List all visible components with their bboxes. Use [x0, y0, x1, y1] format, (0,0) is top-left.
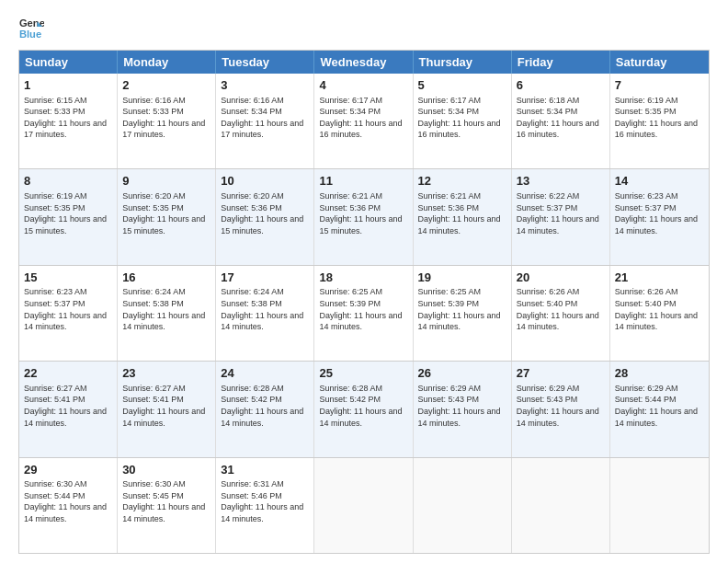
day-number: 30 [122, 462, 210, 478]
svg-text:General: General [19, 17, 44, 29]
calendar-cell-11: 11Sunrise: 6:21 AMSunset: 5:36 PMDayligh… [314, 169, 413, 264]
calendar-cell-9: 9Sunrise: 6:20 AMSunset: 5:35 PMDaylight… [118, 169, 216, 264]
header-tuesday: Tuesday [216, 51, 314, 74]
day-info: Sunrise: 6:16 AMSunset: 5:33 PMDaylight:… [122, 95, 210, 141]
day-info: Sunrise: 6:23 AMSunset: 5:37 PMDaylight:… [24, 286, 112, 332]
day-info: Sunrise: 6:21 AMSunset: 5:36 PMDaylight:… [418, 190, 506, 236]
calendar-cell-27: 27Sunrise: 6:29 AMSunset: 5:43 PMDayligh… [512, 362, 610, 456]
day-number: 7 [615, 77, 704, 94]
day-number: 17 [221, 270, 309, 286]
calendar-cell-6: 6Sunrise: 6:18 AMSunset: 5:34 PMDaylight… [512, 74, 610, 168]
calendar-cell-empty [512, 458, 610, 553]
calendar-cell-18: 18Sunrise: 6:25 AMSunset: 5:39 PMDayligh… [314, 266, 413, 361]
day-info: Sunrise: 6:29 AMSunset: 5:43 PMDaylight:… [517, 383, 605, 429]
day-number: 12 [418, 173, 506, 190]
svg-text:Blue: Blue [19, 29, 41, 40]
calendar-cell-1: 1Sunrise: 6:15 AMSunset: 5:33 PMDaylight… [19, 74, 118, 168]
day-number: 18 [319, 270, 407, 286]
day-info: Sunrise: 6:28 AMSunset: 5:42 PMDaylight:… [319, 383, 407, 429]
calendar-row-0: 1Sunrise: 6:15 AMSunset: 5:33 PMDaylight… [19, 74, 709, 168]
day-info: Sunrise: 6:25 AMSunset: 5:39 PMDaylight:… [418, 286, 506, 332]
day-info: Sunrise: 6:19 AMSunset: 5:35 PMDaylight:… [615, 95, 704, 141]
calendar-cell-22: 22Sunrise: 6:27 AMSunset: 5:41 PMDayligh… [19, 362, 118, 456]
page: General Blue SundayMondayTuesdayWednesda… [0, 0, 728, 563]
day-number: 21 [615, 270, 704, 286]
calendar-cell-17: 17Sunrise: 6:24 AMSunset: 5:38 PMDayligh… [216, 266, 314, 361]
calendar-cell-30: 30Sunrise: 6:30 AMSunset: 5:45 PMDayligh… [118, 458, 216, 553]
calendar-cell-3: 3Sunrise: 6:16 AMSunset: 5:34 PMDaylight… [216, 74, 314, 168]
calendar-cell-20: 20Sunrise: 6:26 AMSunset: 5:40 PMDayligh… [512, 266, 610, 361]
day-info: Sunrise: 6:20 AMSunset: 5:35 PMDaylight:… [122, 190, 210, 236]
day-info: Sunrise: 6:26 AMSunset: 5:40 PMDaylight:… [517, 286, 605, 332]
calendar-row-1: 8Sunrise: 6:19 AMSunset: 5:35 PMDaylight… [19, 168, 709, 264]
day-number: 10 [221, 173, 309, 190]
calendar: SundayMondayTuesdayWednesdayThursdayFrid… [18, 50, 710, 554]
day-number: 14 [615, 173, 704, 190]
header-wednesday: Wednesday [314, 51, 413, 74]
header: General Blue [18, 15, 710, 40]
day-number: 27 [517, 365, 605, 382]
day-number: 6 [517, 77, 605, 94]
calendar-cell-empty [314, 458, 413, 553]
calendar-cell-23: 23Sunrise: 6:27 AMSunset: 5:41 PMDayligh… [118, 362, 216, 456]
header-sunday: Sunday [19, 51, 118, 74]
header-monday: Monday [118, 51, 216, 74]
day-info: Sunrise: 6:24 AMSunset: 5:38 PMDaylight:… [221, 286, 309, 332]
day-number: 4 [319, 77, 407, 94]
day-info: Sunrise: 6:20 AMSunset: 5:36 PMDaylight:… [221, 190, 309, 236]
day-info: Sunrise: 6:25 AMSunset: 5:39 PMDaylight:… [319, 286, 407, 332]
day-info: Sunrise: 6:29 AMSunset: 5:44 PMDaylight:… [615, 383, 704, 429]
day-info: Sunrise: 6:23 AMSunset: 5:37 PMDaylight:… [615, 190, 704, 236]
day-info: Sunrise: 6:19 AMSunset: 5:35 PMDaylight:… [24, 190, 112, 236]
day-number: 26 [418, 365, 506, 382]
day-number: 23 [122, 365, 210, 382]
day-info: Sunrise: 6:21 AMSunset: 5:36 PMDaylight:… [319, 190, 407, 236]
logo-icon: General Blue [18, 15, 44, 40]
day-info: Sunrise: 6:31 AMSunset: 5:46 PMDaylight:… [221, 478, 309, 524]
day-info: Sunrise: 6:30 AMSunset: 5:44 PMDaylight:… [24, 478, 112, 524]
calendar-cell-14: 14Sunrise: 6:23 AMSunset: 5:37 PMDayligh… [610, 169, 709, 264]
calendar-row-4: 29Sunrise: 6:30 AMSunset: 5:44 PMDayligh… [19, 457, 709, 553]
day-info: Sunrise: 6:17 AMSunset: 5:34 PMDaylight:… [418, 95, 506, 141]
calendar-row-3: 22Sunrise: 6:27 AMSunset: 5:41 PMDayligh… [19, 361, 709, 456]
day-number: 28 [615, 365, 704, 382]
calendar-cell-25: 25Sunrise: 6:28 AMSunset: 5:42 PMDayligh… [314, 362, 413, 456]
calendar-row-2: 15Sunrise: 6:23 AMSunset: 5:37 PMDayligh… [19, 265, 709, 361]
day-number: 22 [24, 365, 112, 382]
day-number: 15 [24, 270, 112, 286]
calendar-cell-21: 21Sunrise: 6:26 AMSunset: 5:40 PMDayligh… [610, 266, 709, 361]
day-number: 5 [418, 77, 506, 94]
day-info: Sunrise: 6:27 AMSunset: 5:41 PMDaylight:… [122, 383, 210, 429]
day-number: 29 [24, 462, 112, 478]
day-number: 1 [24, 77, 112, 94]
day-number: 16 [122, 270, 210, 286]
day-info: Sunrise: 6:26 AMSunset: 5:40 PMDaylight:… [615, 286, 704, 332]
calendar-cell-29: 29Sunrise: 6:30 AMSunset: 5:44 PMDayligh… [19, 458, 118, 553]
calendar-cell-5: 5Sunrise: 6:17 AMSunset: 5:34 PMDaylight… [414, 74, 512, 168]
calendar-cell-empty [414, 458, 512, 553]
calendar-cell-13: 13Sunrise: 6:22 AMSunset: 5:37 PMDayligh… [512, 169, 610, 264]
day-info: Sunrise: 6:27 AMSunset: 5:41 PMDaylight:… [24, 383, 112, 429]
day-number: 8 [24, 173, 112, 190]
day-info: Sunrise: 6:29 AMSunset: 5:43 PMDaylight:… [418, 383, 506, 429]
day-number: 31 [221, 462, 309, 478]
calendar-cell-2: 2Sunrise: 6:16 AMSunset: 5:33 PMDaylight… [118, 74, 216, 168]
day-number: 24 [221, 365, 309, 382]
day-number: 25 [319, 365, 407, 382]
calendar-cell-31: 31Sunrise: 6:31 AMSunset: 5:46 PMDayligh… [216, 458, 314, 553]
day-number: 11 [319, 173, 407, 190]
day-info: Sunrise: 6:28 AMSunset: 5:42 PMDaylight:… [221, 383, 309, 429]
day-info: Sunrise: 6:16 AMSunset: 5:34 PMDaylight:… [221, 95, 309, 141]
day-info: Sunrise: 6:24 AMSunset: 5:38 PMDaylight:… [122, 286, 210, 332]
day-number: 20 [517, 270, 605, 286]
day-number: 19 [418, 270, 506, 286]
day-number: 3 [221, 77, 309, 94]
logo: General Blue [18, 15, 48, 40]
day-number: 2 [122, 77, 210, 94]
calendar-cell-12: 12Sunrise: 6:21 AMSunset: 5:36 PMDayligh… [414, 169, 512, 264]
calendar-cell-8: 8Sunrise: 6:19 AMSunset: 5:35 PMDaylight… [19, 169, 118, 264]
calendar-cell-28: 28Sunrise: 6:29 AMSunset: 5:44 PMDayligh… [610, 362, 709, 456]
header-saturday: Saturday [610, 51, 709, 74]
calendar-cell-26: 26Sunrise: 6:29 AMSunset: 5:43 PMDayligh… [414, 362, 512, 456]
day-info: Sunrise: 6:18 AMSunset: 5:34 PMDaylight:… [517, 95, 605, 141]
